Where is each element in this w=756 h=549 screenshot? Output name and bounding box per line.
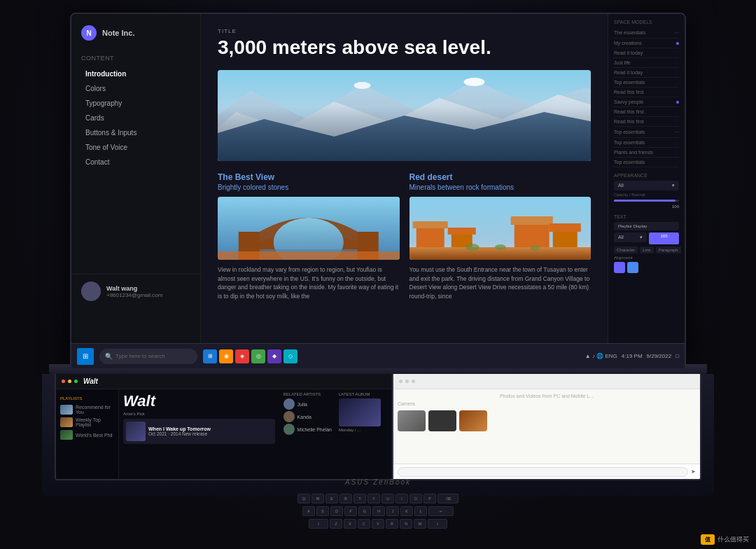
btn-paragraph[interactable]: Paragraph — [656, 246, 681, 253]
svg-rect-17 — [447, 228, 475, 235]
keyboard: Q W E R T Y U I O P ⌫ A S D F G H J K L … — [70, 494, 686, 543]
start-button[interactable]: ⊞ — [77, 348, 94, 365]
panel-blend-control[interactable]: All ▾ — [614, 181, 679, 190]
svg-point-23 — [465, 244, 479, 251]
key-b[interactable]: B — [386, 519, 398, 529]
key-w[interactable]: W — [312, 494, 324, 503]
sidebar-logo: N Note Inc. — [81, 25, 190, 41]
hero-image — [218, 70, 591, 161]
card-right-title: Red desert — [410, 172, 592, 182]
opacity-slider[interactable] — [614, 200, 679, 202]
music-app: Walt Playlists Recommend for You Weekly … — [56, 374, 392, 479]
key-enter[interactable]: ↵ — [428, 506, 454, 516]
svg-point-5 — [354, 82, 371, 89]
key-o[interactable]: O — [410, 494, 422, 503]
sidebar-item-introduction[interactable]: Introduction — [81, 67, 190, 81]
featured-song-card[interactable]: When I Wake up Tomorrow Oct 2021 · 2014 … — [123, 419, 275, 444]
key-backspace[interactable]: ⌫ — [438, 494, 458, 503]
key-m[interactable]: M — [414, 519, 426, 529]
panel-appearance-label: APPEARANCE — [614, 173, 679, 178]
music-content: Playlists Recommend for You Weekly Top P… — [56, 389, 392, 479]
key-z[interactable]: Z — [330, 519, 342, 529]
panel-size-row: All▾ 165 — [614, 232, 679, 244]
panel-size-value[interactable]: 165 — [649, 232, 679, 244]
key-j[interactable]: J — [386, 506, 399, 516]
key-c[interactable]: C — [358, 519, 370, 529]
key-d[interactable]: D — [330, 506, 343, 516]
key-a[interactable]: A — [302, 506, 315, 516]
chat-camera-label: Camera — [398, 401, 415, 406]
svg-marker-3 — [218, 112, 591, 161]
svg-point-4 — [464, 78, 485, 86]
key-t[interactable]: T — [354, 494, 366, 503]
window-dot-green — [74, 380, 78, 383]
key-n[interactable]: N — [400, 519, 412, 529]
chat-attachments — [398, 410, 696, 431]
btn-line[interactable]: Line — [640, 246, 653, 253]
related-item-3[interactable]: Michelle Phelan — [284, 424, 332, 435]
svg-point-24 — [494, 244, 505, 250]
chat-input[interactable] — [398, 467, 688, 477]
panel-item-9: Read this first — [614, 107, 679, 117]
key-k[interactable]: K — [400, 506, 413, 516]
key-e[interactable]: E — [326, 494, 338, 503]
taskbar-icon-1[interactable]: ⊞ — [203, 349, 217, 363]
swatch-blue[interactable] — [627, 262, 638, 273]
key-v[interactable]: V — [372, 519, 384, 529]
card-left-subtitle: Brightly colored stones — [218, 183, 400, 191]
taskbar-icon-6[interactable]: ◇ — [284, 349, 298, 363]
key-h[interactable]: H — [372, 506, 385, 516]
taskbar-icon-3[interactable]: ◈ — [235, 349, 249, 363]
sidebar-item-voice[interactable]: Tone of Voice — [81, 141, 190, 154]
taskbar-icon-5[interactable]: ◆ — [267, 349, 281, 363]
sidebar-item-cards[interactable]: Cards — [81, 111, 190, 125]
music-sidebar-item-2[interactable]: Weekly Top Playlist — [60, 416, 114, 429]
sidebar-item-contact[interactable]: Contact — [81, 155, 190, 169]
latest-album-label: Latest Album — [339, 392, 389, 396]
music-main: Walt Artist's Pick When I Wake up Tomorr… — [119, 389, 279, 479]
laptop-container: N Note Inc. Content Introduction Colors … — [0, 0, 756, 549]
right-panel: Space models The essentials ··· My creat… — [608, 14, 685, 343]
key-q[interactable]: Q — [298, 494, 310, 503]
taskbar-icon-4[interactable]: ◎ — [251, 349, 265, 363]
song-subtitle: Oct 2021 · 2014 New release — [148, 431, 211, 436]
sidebar-item-buttons[interactable]: Buttons & Inputs — [81, 126, 190, 139]
key-y[interactable]: Y — [368, 494, 380, 503]
key-r[interactable]: R — [340, 494, 352, 503]
panel-font-control[interactable]: Playfair Display — [614, 222, 679, 230]
btn-character[interactable]: Character — [614, 246, 638, 253]
sidebar-item-colors[interactable]: Colors — [81, 82, 190, 95]
panel-style-row: Character Line Paragraph — [614, 246, 679, 253]
panel-item-12: Top essentials — [614, 138, 679, 148]
send-icon[interactable]: ➤ — [691, 468, 696, 475]
song-info: When I Wake up Tomorrow Oct 2021 · 2014 … — [148, 426, 211, 436]
music-sidebar-item-1[interactable]: Recommend for You — [60, 403, 114, 416]
sidebar-section-label: Content — [81, 55, 190, 62]
related-item-2[interactable]: Kanda — [284, 411, 332, 422]
sidebar-user: Walt wang +8601234@gmail.com — [71, 274, 201, 308]
swatch-purple[interactable] — [614, 262, 625, 273]
chat-app: Photos and Videos from PC and Mobile L..… — [392, 374, 700, 479]
key-l[interactable]: L — [414, 506, 427, 516]
key-s[interactable]: S — [316, 506, 329, 516]
bottom-song: Monday / ... — [339, 428, 389, 432]
music-sidebar-item-3[interactable]: World's Best Phil — [60, 429, 114, 441]
taskbar-search[interactable]: 🔍 Type here to search — [99, 349, 197, 364]
panel-space-label: Space models — [614, 20, 679, 25]
chat-dot-3 — [412, 380, 415, 383]
sidebar-item-typography[interactable]: Typography — [81, 97, 190, 110]
key-x[interactable]: X — [344, 519, 356, 529]
panel-weight-select[interactable]: All▾ — [614, 232, 647, 242]
key-i[interactable]: I — [396, 494, 408, 503]
music-right-panel: Latest Album Monday / ... — [336, 389, 392, 479]
key-shift-right[interactable]: ⇧ — [428, 519, 447, 529]
key-f[interactable]: F — [344, 506, 357, 516]
key-u[interactable]: U — [382, 494, 394, 503]
related-item-1[interactable]: Julia — [284, 398, 332, 410]
user-name: Walt wang — [106, 285, 162, 292]
key-g[interactable]: G — [358, 506, 371, 516]
panel-item-1: The essentials ··· — [614, 27, 679, 39]
key-p[interactable]: P — [424, 494, 436, 503]
key-shift-left[interactable]: ⇧ — [309, 519, 328, 529]
taskbar-icon-2[interactable]: ◉ — [219, 349, 233, 363]
